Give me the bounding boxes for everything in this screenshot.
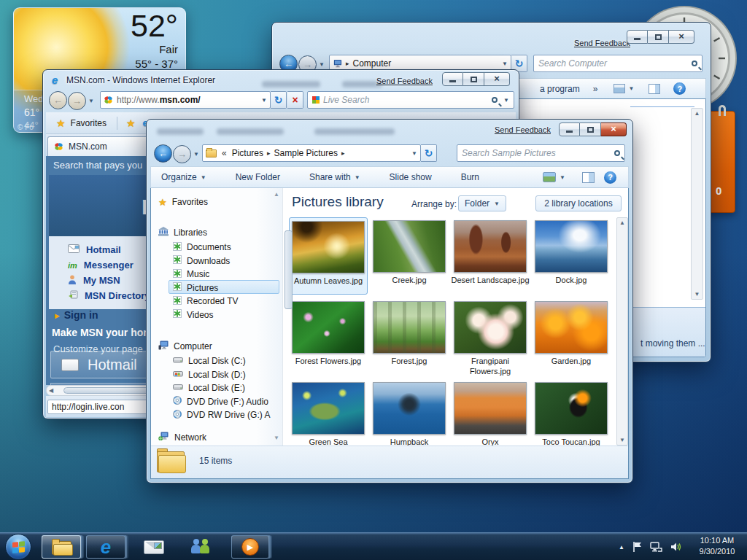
- maximize-button[interactable]: [463, 72, 484, 86]
- volume-icon[interactable]: [670, 542, 682, 552]
- recent-pages-dropdown[interactable]: ▼: [319, 61, 325, 68]
- toolbar-slide-show[interactable]: Slide show: [390, 172, 432, 182]
- minimize-button[interactable]: [442, 72, 463, 86]
- file-frangipani-flowers-jpg[interactable]: Frangipani Flowers.jpg: [451, 298, 530, 376]
- scroll-left-icon[interactable]: ◀: [49, 387, 53, 394]
- toolbar-organize[interactable]: Organize▼: [161, 172, 206, 182]
- maximize-button[interactable]: [580, 122, 601, 136]
- search-computer-box[interactable]: Search Computer: [533, 55, 703, 72]
- address-bar[interactable]: http://www.msn.com/ ▼: [100, 91, 271, 109]
- sidebar-section-favorites[interactable]: ★Favorites: [158, 195, 208, 209]
- address-dropdown[interactable]: ▼: [411, 150, 417, 157]
- toolbar-burn[interactable]: Burn: [461, 172, 479, 182]
- breadcrumb-pictures[interactable]: Pictures: [232, 148, 263, 158]
- close-button[interactable]: ×: [669, 30, 694, 44]
- taskbar-mail-button[interactable]: [137, 537, 171, 557]
- recent-pages-dropdown[interactable]: ▼: [88, 98, 94, 104]
- scroll-down-icon[interactable]: ▼: [619, 437, 625, 443]
- close-button[interactable]: ×: [601, 122, 627, 136]
- taskbar-wmp-button[interactable]: ▶: [231, 535, 269, 559]
- breadcrumb-computer[interactable]: Computer: [353, 58, 392, 69]
- search-box[interactable]: Search Sample Pictures: [457, 144, 625, 162]
- library-locations-button[interactable]: 2 library locations: [535, 195, 622, 211]
- minimize-button[interactable]: [627, 30, 648, 44]
- scroll-down-icon[interactable]: ▼: [274, 435, 279, 441]
- close-button[interactable]: ×: [484, 72, 510, 86]
- help-button[interactable]: ?: [604, 171, 616, 184]
- maximize-button[interactable]: [648, 30, 669, 44]
- breadcrumb-collapse[interactable]: «: [222, 148, 227, 158]
- forward-button[interactable]: →: [173, 145, 191, 163]
- start-button[interactable]: [5, 534, 31, 560]
- help-button[interactable]: ?: [673, 82, 686, 95]
- sidebar-item-downloads[interactable]: Downloads: [173, 254, 230, 268]
- toolbar-overflow-chevron[interactable]: »: [593, 84, 598, 94]
- sidebar-section-network[interactable]: Network: [158, 431, 206, 444]
- stop-button[interactable]: ×: [287, 91, 303, 109]
- add-to-favorites-icon[interactable]: ★: [126, 117, 136, 129]
- sidebar-item-documents[interactable]: Documents: [173, 241, 231, 254]
- sidebar-item-dvd-rw-drive-g-a[interactable]: DVD RW Drive (G:) A: [173, 408, 270, 421]
- sidebar-item-dvd-drive-f-audio[interactable]: DVD Drive (F:) Audio: [173, 395, 268, 408]
- action-center-flag-icon[interactable]: [632, 541, 642, 553]
- file-oryx[interactable]: Oryx: [451, 379, 530, 446]
- change-view-button[interactable]: ▼: [543, 172, 565, 182]
- file-creek-jpg[interactable]: Creek.jpg: [370, 217, 449, 295]
- taskbar-messenger-button[interactable]: [184, 537, 217, 557]
- sidebar-item-videos[interactable]: Videos: [173, 308, 213, 322]
- sidebar-item-local-disk-e[interactable]: Local Disk (E:): [173, 381, 245, 394]
- address-dropdown[interactable]: ▼: [261, 97, 267, 104]
- sign-in-link[interactable]: ► Sign in: [53, 309, 98, 321]
- sidebar-item-recorded-tv[interactable]: Recorded TV: [173, 295, 238, 308]
- toolbar-share-with[interactable]: Share with▼: [309, 172, 360, 182]
- scroll-down-icon[interactable]: ▼: [694, 291, 700, 298]
- url-domain[interactable]: msn.com/: [160, 95, 201, 105]
- taskbar-ie-button[interactable]: e: [86, 535, 125, 559]
- preview-pane-button[interactable]: [649, 84, 660, 94]
- scrollbar-thumb[interactable]: [285, 230, 293, 309]
- promo-make-home[interactable]: Make MSN your hom: [52, 327, 152, 338]
- taskbar-clock[interactable]: 10:10 AM 9/30/2010: [690, 535, 744, 557]
- sidebar-item-music[interactable]: Music: [173, 268, 209, 281]
- vertical-scrollbar[interactable]: ▲ ▼: [691, 108, 703, 300]
- sidebar-section-libraries[interactable]: Libraries: [158, 226, 207, 239]
- file-desert-landscape-jpg[interactable]: Desert Landscape.jpg: [451, 217, 530, 295]
- minimize-button[interactable]: [559, 122, 580, 136]
- send-feedback-link[interactable]: Send Feedback: [495, 125, 551, 134]
- forward-button[interactable]: →: [68, 92, 86, 110]
- tab-msn[interactable]: MSN.com: [47, 136, 155, 156]
- explorer-window[interactable]: Send Feedback × ← → ▼ « Pictures ▸ Sampl…: [146, 119, 633, 483]
- back-button[interactable]: ←: [154, 144, 172, 163]
- file-toco-toucan-jpg[interactable]: Toco Toucan.jpg: [532, 379, 611, 446]
- toolbar-item-fragment[interactable]: a program: [540, 84, 580, 94]
- file-autumn-leaves-jpg[interactable]: Autumn Leaves.jpg: [289, 217, 368, 295]
- sidebar-item-pictures[interactable]: Pictures: [173, 281, 218, 295]
- refresh-button[interactable]: ↻: [421, 144, 437, 162]
- sidebar-item-local-disk-c[interactable]: Local Disk (C:): [173, 354, 246, 368]
- file-green-sea[interactable]: Green Sea: [289, 379, 368, 446]
- taskbar-explorer-button[interactable]: [42, 535, 81, 559]
- scroll-up-icon[interactable]: ▲: [274, 191, 279, 198]
- arrange-by-dropdown[interactable]: Folder ▼: [458, 195, 506, 211]
- sidebar-section-computer[interactable]: Computer: [158, 340, 212, 353]
- back-button[interactable]: ←: [49, 91, 67, 109]
- address-bar[interactable]: « Pictures ▸ Sample Pictures ▸ ▼: [202, 144, 421, 162]
- preview-pane-button[interactable]: [582, 172, 595, 183]
- file-forest-jpg[interactable]: Forest.jpg: [370, 298, 449, 376]
- scroll-up-icon[interactable]: ▲: [694, 110, 700, 117]
- sidebar-item-local-disk-d[interactable]: Local Disk (D:): [173, 368, 246, 381]
- file-forest-flowers-jpg[interactable]: Forest Flowers.jpg: [289, 298, 368, 376]
- network-icon[interactable]: [650, 542, 662, 552]
- send-feedback-link[interactable]: Send Feedback: [574, 39, 630, 47]
- live-search-box[interactable]: Live Search ▼: [307, 91, 514, 109]
- file-dock-jpg[interactable]: Dock.jpg: [532, 217, 611, 295]
- recent-pages-dropdown[interactable]: ▼: [193, 151, 199, 158]
- toolbar-new-folder[interactable]: New Folder: [236, 172, 280, 182]
- show-hidden-icons-button[interactable]: ▲: [619, 544, 624, 551]
- address-dropdown[interactable]: ▼: [502, 61, 508, 67]
- breadcrumb-sample-pictures[interactable]: Sample Pictures: [274, 148, 338, 158]
- favorites-button[interactable]: Favorites: [71, 118, 107, 128]
- vertical-scrollbar[interactable]: ▲ ▼: [616, 217, 628, 446]
- scroll-up-icon[interactable]: ▲: [619, 219, 625, 226]
- change-view-button[interactable]: ▼: [614, 84, 634, 93]
